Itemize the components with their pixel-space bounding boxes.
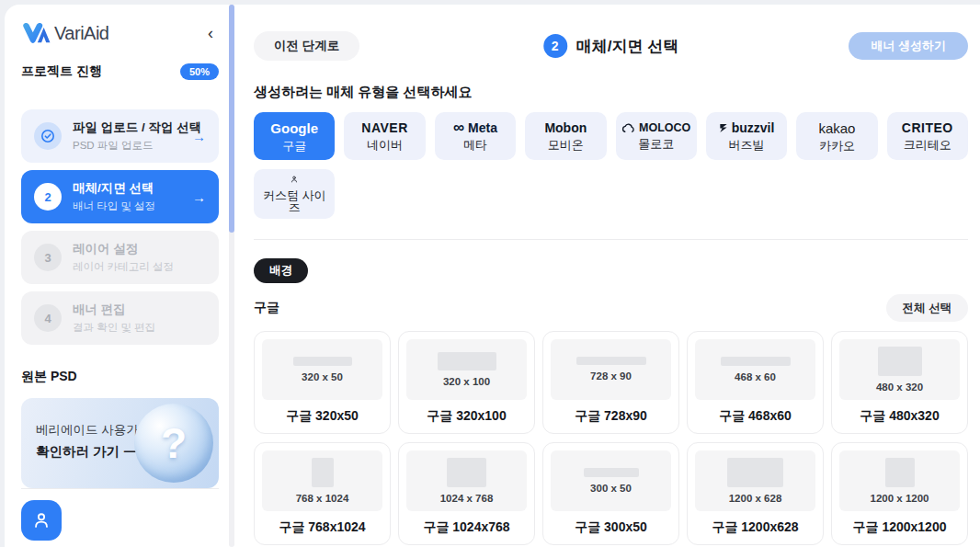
size-preview: 480 x 320 xyxy=(839,339,960,400)
buzzvil-logo: buzzvil xyxy=(719,121,775,134)
sidebar-collapse-icon[interactable]: ‹ xyxy=(202,23,219,43)
size-card-google-1024x768[interactable]: 1024 x 768 구글 1024x768 xyxy=(398,442,535,545)
media-option-meta[interactable]: ∞ Meta 메타 xyxy=(435,112,516,160)
google-logo: Google xyxy=(270,121,318,135)
moloco-logo: MOLOCO xyxy=(621,122,690,134)
size-preview: 728 x 90 xyxy=(551,339,671,400)
size-dimension: 1200 x 1200 xyxy=(871,494,929,505)
sidebar: VariAid ‹ 프로젝트 진행 50% 파일 업로드 / 작업 선택 PSD… xyxy=(5,5,237,547)
media-option-label: 버즈빌 xyxy=(729,139,765,151)
size-label: 구글 320x50 xyxy=(262,400,382,433)
criteo-logo: CRITEO xyxy=(902,121,953,134)
size-label: 구글 1200x628 xyxy=(695,511,815,544)
step-subtitle: PSD 파일 업로드 xyxy=(73,139,181,153)
moloco-cloud-icon xyxy=(621,123,635,133)
profile-button[interactable] xyxy=(21,500,62,541)
kakao-logo: kakao xyxy=(818,121,855,135)
sidebar-step-banner-edit[interactable]: 4 배너 편집 결과 확인 및 편집 xyxy=(21,291,219,345)
media-option-label: 카카오 xyxy=(819,140,855,152)
size-card-google-1200x1200[interactable]: 1200 x 1200 구글 1200x1200 xyxy=(831,442,968,545)
previous-step-button[interactable]: 이전 단계로 xyxy=(254,31,359,61)
size-preview: 1200 x 1200 xyxy=(839,450,960,511)
size-preview: 1200 x 628 xyxy=(695,450,815,511)
step-number: 4 xyxy=(34,304,62,332)
logo-row: VariAid ‹ xyxy=(21,21,219,45)
size-card-google-320x100[interactable]: 320 x 100 구글 320x100 xyxy=(398,331,535,434)
size-dimension: 728 x 90 xyxy=(590,371,632,382)
size-shape xyxy=(878,347,922,376)
media-option-label: 몰로코 xyxy=(638,138,674,150)
size-preview: 300 x 50 xyxy=(551,450,671,511)
size-label: 구글 1024x768 xyxy=(406,511,527,544)
size-dimension: 300 x 50 xyxy=(590,484,632,495)
step-number: 3 xyxy=(34,244,62,271)
sidebar-step-file-upload[interactable]: 파일 업로드 / 작업 선택 PSD 파일 업로드 → xyxy=(21,109,219,163)
media-option-criteo[interactable]: CRITEO 크리테오 xyxy=(887,112,968,160)
size-preview: 1024 x 768 xyxy=(406,450,527,511)
step-subtitle: 레이어 카테고리 설정 xyxy=(73,260,206,274)
media-option-custom-size[interactable]: 커스텀 사이즈 xyxy=(254,169,335,219)
header-step-badge: 2 xyxy=(543,34,567,58)
step-title: 배너 편집 xyxy=(73,302,206,318)
media-option-mobon[interactable]: Mobon 모비온 xyxy=(525,112,606,160)
step-title: 파일 업로드 / 작업 선택 xyxy=(73,120,181,136)
size-preview: 320 x 100 xyxy=(406,339,527,400)
size-shape xyxy=(438,352,496,370)
size-card-google-320x50[interactable]: 320 x 50 구글 320x50 xyxy=(254,331,391,434)
size-label: 구글 468x60 xyxy=(695,400,815,433)
size-label: 구글 300x50 xyxy=(551,511,671,544)
step-check-icon xyxy=(34,122,62,150)
media-option-naver[interactable]: NAVER 네이버 xyxy=(344,112,425,160)
custom-size-icon xyxy=(287,175,302,184)
size-dimension: 768 x 1024 xyxy=(296,494,349,505)
arrow-right-icon: → xyxy=(192,129,206,144)
media-option-kakao[interactable]: kakao 카카오 xyxy=(796,112,877,160)
size-label: 구글 1200x1200 xyxy=(839,511,960,544)
sidebar-step-media-select[interactable]: 2 매체/지면 선택 배너 타입 및 설정 → xyxy=(21,170,219,223)
media-option-buzzvil[interactable]: buzzvil 버즈빌 xyxy=(706,112,787,160)
progress-label: 프로젝트 진행 xyxy=(21,63,102,80)
page-title: 매체/지면 선택 xyxy=(576,36,678,57)
sidebar-footer xyxy=(21,488,219,541)
question-mark-icon: ? xyxy=(134,404,213,483)
media-option-label: 네이버 xyxy=(367,139,403,151)
size-card-google-1200x628[interactable]: 1200 x 628 구글 1200x628 xyxy=(687,442,824,545)
logo-text: VariAid xyxy=(54,23,109,44)
size-dimension: 480 x 320 xyxy=(876,382,923,393)
select-all-button[interactable]: 전체 선택 xyxy=(886,294,968,322)
header: 이전 단계로 2 매체/지면 선택 배너 생성하기 xyxy=(254,30,968,62)
size-preview: 468 x 60 xyxy=(695,339,815,400)
create-banner-button[interactable]: 배너 생성하기 xyxy=(849,32,968,60)
size-card-google-300x50[interactable]: 300 x 50 구글 300x50 xyxy=(542,442,679,545)
sidebar-step-layer-settings[interactable]: 3 레이어 설정 레이어 카테고리 설정 xyxy=(21,231,219,284)
media-option-label: 구글 xyxy=(282,140,306,152)
progress-row: 프로젝트 진행 50% xyxy=(21,63,219,80)
media-option-moloco[interactable]: MOLOCO 몰로코 xyxy=(616,112,697,160)
size-card-google-728x90[interactable]: 728 x 90 구글 728x90 xyxy=(542,331,679,434)
sidebar-scrollbar-thumb[interactable] xyxy=(229,5,234,233)
background-filter-pill[interactable]: 배경 xyxy=(254,258,308,283)
step-subtitle: 결과 확인 및 편집 xyxy=(73,321,206,335)
size-card-google-480x320[interactable]: 480 x 320 구글 480x320 xyxy=(831,331,968,434)
media-option-label: 메타 xyxy=(463,139,487,151)
progress-badge: 50% xyxy=(180,63,219,80)
size-card-google-768x1024[interactable]: 768 x 1024 구글 768x1024 xyxy=(254,442,391,545)
size-label: 구글 728x90 xyxy=(551,400,671,433)
size-preview: 768 x 1024 xyxy=(262,450,382,511)
size-shape xyxy=(576,357,646,365)
size-shape xyxy=(293,357,352,366)
original-psd-label: 원본 PSD xyxy=(21,369,219,385)
step-title: 매체/지면 선택 xyxy=(73,180,181,197)
media-option-label: 크리테오 xyxy=(904,139,952,151)
size-dimension: 1200 x 628 xyxy=(729,494,782,505)
step-title: 레이어 설정 xyxy=(73,241,206,257)
size-preview: 320 x 50 xyxy=(262,339,382,400)
size-card-google-468x60[interactable]: 468 x 60 구글 468x60 xyxy=(687,331,824,434)
size-shape xyxy=(447,458,486,487)
user-guide-banner[interactable]: 베리에이드 사용가이드 확인하러 가기 ⟶ ? xyxy=(21,398,219,488)
size-label: 구글 768x1024 xyxy=(262,511,382,544)
meta-logo: ∞ Meta xyxy=(453,121,497,134)
variaid-logo-icon xyxy=(21,21,52,45)
media-option-google[interactable]: Google 구글 xyxy=(254,112,335,160)
size-dimension: 320 x 100 xyxy=(443,377,490,388)
